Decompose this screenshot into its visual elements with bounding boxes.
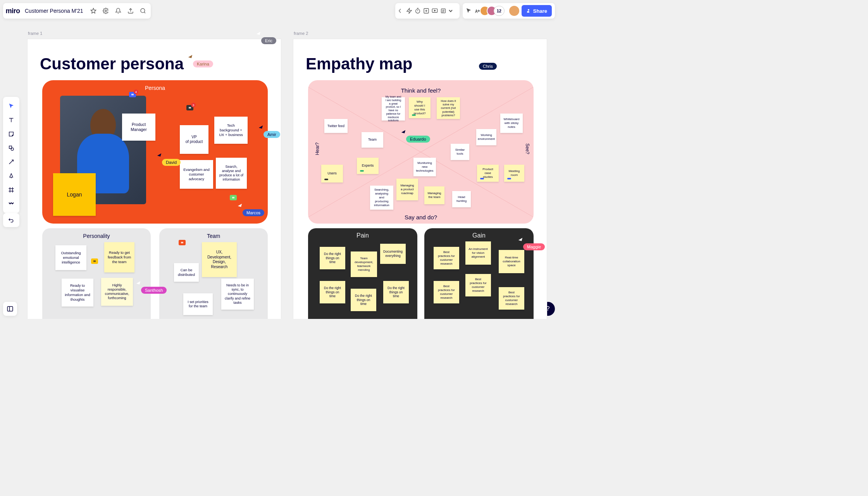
undo-button[interactable] [3,213,19,227]
note-priorities[interactable]: I set priorities for the team [183,293,213,315]
text-tool-icon[interactable] [3,113,19,127]
shape-tool-icon[interactable] [3,141,19,155]
cursor-santhosh: Santhosh [141,287,167,294]
pain-n2[interactable]: Team development, teamwork mending [351,251,377,277]
pain-n3[interactable]: Documenting everything [380,244,406,264]
select-tool-icon[interactable] [3,99,19,113]
avatar-count[interactable]: 12 [494,6,505,16]
note-monitoring[interactable]: Monitoring new technologies [413,158,436,176]
hear-label: Hear? [315,143,320,155]
cursor-follow-icon[interactable] [466,8,472,14]
svg-line-23 [9,160,14,164]
cursor-amir: Amir [264,131,280,138]
pain-n4[interactable]: Do the right things on time [320,281,345,303]
gain-n5[interactable]: Best practices for customer research [465,274,491,296]
note-twitter[interactable]: Twitter feed [324,119,348,133]
canvas[interactable]: frame 1 Customer persona Persona Logan P… [27,31,554,319]
persona-card[interactable]: Persona Logan Product Manager VP of prod… [42,80,268,224]
note-meeting[interactable]: Meeting room [504,165,524,182]
share-button[interactable]: Share [522,5,552,17]
avatar-me[interactable] [509,6,519,16]
chevron-left-icon[interactable] [398,9,404,13]
frame-label: frame 2 [294,31,308,36]
note-distributed[interactable]: Can be distributed [174,263,199,282]
search-icon[interactable] [137,5,149,17]
comment-icon[interactable] [179,240,186,245]
team-panel[interactable]: Team UX, Development, Design, Research C… [159,228,268,319]
note-experts[interactable]: Experts [357,158,379,174]
gain-n1[interactable]: Best practices for customer research [434,247,459,269]
toolbar-collab: 12 Share [463,3,555,19]
gain-n3[interactable]: Real-time collaboration space [499,250,524,273]
miro-logo[interactable]: miro [5,3,21,19]
note-users[interactable]: Users [321,165,343,183]
svg-point-6 [416,9,420,13]
note-responsible[interactable]: Highly responsible, communicative, forth… [101,278,133,306]
note-pm[interactable]: Product Manager [122,114,155,141]
share-label: Share [533,8,547,14]
note-casestudies[interactable]: Product case studies [477,165,499,182]
chevron-down-icon[interactable] [449,9,456,12]
note-headhunting[interactable]: Head hunting [452,191,471,207]
comment-icon[interactable] [91,258,98,264]
timer-icon[interactable] [415,8,421,14]
bolt-icon[interactable] [406,8,412,14]
topbar-right: 12 Share [395,3,555,19]
settings-icon[interactable] [100,5,112,17]
star-icon[interactable] [87,5,100,17]
avatar-stack[interactable]: 12 [483,6,505,16]
pain-n6[interactable]: Do the right things on time [383,281,409,303]
note-workingenv[interactable]: Working environment [476,129,496,145]
note-tech[interactable]: Tech background + UX + business [214,117,248,144]
svg-marker-5 [407,8,412,13]
note-feedback[interactable]: Ready to get feedback from the team [104,242,134,272]
pain-panel[interactable]: Pain Do the right things on time Team de… [308,228,417,319]
comment-icon[interactable]: 4 [129,92,136,97]
note-myteam[interactable]: My team and I are building a great produ… [382,97,405,121]
gain-n6[interactable]: Best practices for customer research [499,287,524,310]
note-team[interactable]: Team [362,132,383,148]
note-sync[interactable]: Needs to be in sync, to continuously cla… [221,279,254,310]
empathy-panel[interactable]: Think and feel? Say and do? Hear? See? T… [308,80,534,224]
logan-sticky[interactable]: Logan [53,173,96,216]
note-similar[interactable]: Similar tools [451,144,469,160]
sticky-tool-icon[interactable] [3,127,19,141]
list-icon[interactable] [440,8,446,14]
note-roadmap[interactable]: Managing a product roadmap [396,179,418,200]
comment-icon[interactable]: 3 [186,105,193,110]
minimap-icon[interactable] [3,302,17,316]
toolbar-apps [395,3,460,19]
frame-2[interactable]: Empathy map Think and feel? Say and do? … [293,39,547,319]
note-ux[interactable]: UX, Development, Design, Research [202,242,237,277]
note-managing[interactable]: Managing the team [424,186,444,204]
note-whiteboard[interactable]: Whiteboard with sticky notes [500,114,523,133]
present-icon[interactable] [432,8,438,14]
frame-1[interactable]: Customer persona Persona Logan Product M… [27,39,281,319]
frame-tool-icon[interactable] [3,183,19,197]
note-howdoes[interactable]: How does it solve my current (not potent… [437,97,460,119]
note-icon[interactable] [423,8,429,14]
export-icon[interactable] [124,5,137,17]
gain-n2[interactable]: An instrument for vision alignment [465,241,491,265]
note-searching[interactable]: Searching, analysing and producing infor… [370,186,393,210]
note-whyshould[interactable]: Why should I use this product? [409,97,431,118]
gain-panel[interactable]: Gain Best practices for customer researc… [424,228,534,319]
pain-n5[interactable]: Do the right things on time [351,289,376,311]
note-emotional[interactable]: Outstanding emotional intelligence [55,245,86,270]
cursor-maggie: Maggie [523,243,545,250]
gain-n4[interactable]: Best practices for customer research [434,281,459,303]
team-title: Team [207,233,220,239]
note-vp[interactable]: VP of product [180,125,208,154]
pain-title: Pain [356,232,369,239]
note-search[interactable]: Search, analyse and produce a lot of inf… [216,158,247,189]
note-evangelism[interactable]: Evangelism and customer advocacy [180,160,213,189]
pain-n1[interactable]: Do the right things on time [320,247,345,269]
personality-panel[interactable]: Personality Outstanding emotional intell… [42,228,151,319]
more-tools-icon[interactable] [3,197,19,211]
bell-icon[interactable] [112,5,124,17]
comment-icon[interactable] [230,195,237,200]
note-visualise[interactable]: Ready to visualise information and thoug… [62,279,93,307]
pen-tool-icon[interactable] [3,169,19,183]
board-title[interactable]: Customer Persona M'21 [21,8,87,14]
line-tool-icon[interactable] [3,155,19,169]
